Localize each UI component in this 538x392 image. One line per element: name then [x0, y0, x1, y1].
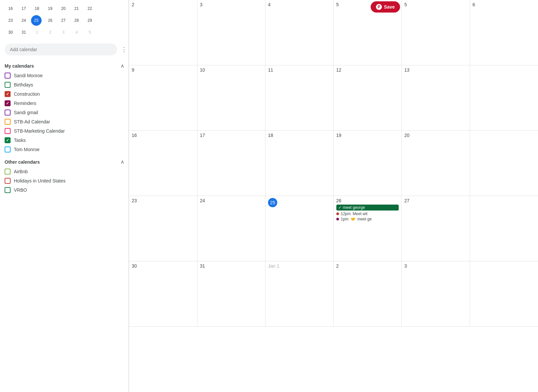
mini-day-27[interactable]: 27	[57, 15, 69, 26]
calendar-item-tom-monroe[interactable]: Tom Monroe	[5, 145, 128, 154]
mini-day-26[interactable]: 26	[44, 15, 56, 26]
cal-cell-24[interactable]: 24	[197, 196, 266, 261]
cal-cell-19[interactable]: 19	[334, 131, 402, 196]
calendar-item-construction[interactable]: ✓ Construction	[5, 89, 128, 99]
calendar-item-tasks[interactable]: ✓ Tasks	[5, 136, 128, 145]
cal-cell-9[interactable]: 9	[129, 65, 197, 131]
cal-cell-20[interactable]: 20	[402, 131, 470, 196]
more-options-button[interactable]: ⋮	[120, 45, 128, 54]
cal-cell-jan2[interactable]: 2	[334, 261, 402, 327]
event-chip-label: meet george	[343, 205, 365, 210]
mini-day-20[interactable]: 20	[57, 3, 69, 14]
calendar-item-vrbo[interactable]: VRBO	[5, 185, 128, 195]
mini-day-30[interactable]: 30	[5, 27, 17, 38]
cell-date: 11	[268, 67, 331, 73]
calendar-checkbox-birthdays[interactable]	[5, 82, 11, 88]
mini-day-18[interactable]: 18	[31, 3, 43, 14]
cell-date: 3	[200, 2, 263, 7]
mini-day-29[interactable]: 29	[84, 15, 96, 26]
cal-cell-30[interactable]: 30	[129, 261, 197, 327]
main-content: 2 3 4 5 P Save 5 6 9 10 11	[129, 0, 538, 392]
mini-day-16[interactable]: 16	[5, 3, 17, 14]
cal-cell-17[interactable]: 17	[197, 131, 266, 196]
cal-cell-27[interactable]: 27	[402, 196, 470, 261]
mini-day-28[interactable]: 28	[71, 15, 83, 26]
calendar-item-reminders[interactable]: ✓ Reminders	[5, 99, 128, 108]
cal-cell-5b[interactable]: 5	[402, 0, 470, 65]
cell-date-today: 25	[268, 198, 331, 207]
cal-cell-13[interactable]: 13	[402, 65, 470, 131]
mini-day-3-other[interactable]: 3	[57, 27, 69, 38]
mini-day-31[interactable]: 31	[18, 27, 30, 38]
pinterest-save-button[interactable]: P Save	[371, 1, 400, 13]
calendar-checkbox-stb-ad[interactable]	[5, 119, 11, 125]
cal-cell-4[interactable]: 4	[265, 0, 334, 65]
cal-cell-16[interactable]: 16	[129, 131, 197, 196]
calendar-item-sandi-gmail[interactable]: Sandi gmail	[5, 108, 128, 117]
calendar-item-holidays[interactable]: Holidays in United States	[5, 176, 128, 185]
cal-cell-31[interactable]: 31	[197, 261, 266, 327]
mini-day-19[interactable]: 19	[44, 3, 56, 14]
calendar-item-stb-marketing[interactable]: STB-Marketing Calendar	[5, 126, 128, 136]
add-calendar-input[interactable]	[5, 44, 117, 55]
mini-day-4-other[interactable]: 4	[71, 27, 83, 38]
pinterest-icon: P	[376, 4, 382, 10]
calendar-checkbox-reminders[interactable]: ✓	[5, 100, 11, 106]
cal-cell-26-events[interactable]: 26 ✓ meet george 12pm Meet wit 1pm 🤝 mee…	[334, 196, 402, 261]
cal-cell-empty-r5	[470, 261, 538, 327]
mini-day-5-other[interactable]: 5	[84, 27, 96, 38]
calendar-checkbox-stb-marketing[interactable]	[5, 128, 11, 134]
calendar-label-vrbo: VRBO	[14, 187, 27, 193]
cal-cell-25-today[interactable]: 25	[265, 196, 334, 261]
cal-cell-jan3[interactable]: 3	[402, 261, 470, 327]
calendar-checkbox-vrbo[interactable]	[5, 187, 11, 193]
mini-day-22[interactable]: 22	[84, 3, 96, 14]
calendar-checkbox-sandi-gmail[interactable]	[5, 110, 11, 115]
mini-day-23[interactable]: 23	[5, 15, 17, 26]
calendar-checkbox-tom-monroe[interactable]	[5, 147, 11, 152]
mini-day-17[interactable]: 17	[18, 3, 30, 14]
mini-day-24[interactable]: 24	[18, 15, 30, 26]
cell-date: 13	[404, 67, 467, 73]
cal-cell-empty-r4	[470, 196, 538, 261]
cal-cell-jan1[interactable]: Jan 1	[265, 261, 334, 327]
cell-date: 5	[404, 2, 467, 7]
mini-day-25-today[interactable]: 25	[31, 15, 42, 26]
cal-cell-3[interactable]: 3	[197, 0, 266, 65]
calendar-item-stb-ad[interactable]: STB-Ad Calendar	[5, 117, 128, 126]
calendar-checkbox-tasks[interactable]: ✓	[5, 137, 11, 143]
cal-cell-6[interactable]: 6	[470, 0, 538, 65]
event-dot-row-12pm[interactable]: 12pm Meet wit	[336, 212, 399, 216]
cal-cell-23[interactable]: 23	[129, 196, 197, 261]
cal-cell-5-save[interactable]: 5 P Save	[334, 0, 402, 65]
calendar-item-sandi-monroe[interactable]: Sandi Monroe	[5, 71, 128, 80]
save-button-label: Save	[384, 4, 395, 10]
cal-cell-2[interactable]: 2	[129, 0, 197, 65]
cell-date: 10	[200, 67, 263, 73]
cal-cell-12[interactable]: 12	[334, 65, 402, 131]
other-calendars-header[interactable]: Other calendars ∧	[5, 157, 128, 167]
calendar-item-airbnb[interactable]: AirBnb	[5, 167, 128, 176]
calendar-checkbox-holidays[interactable]	[5, 178, 11, 184]
mini-day-21[interactable]: 21	[71, 3, 83, 14]
my-calendars-header[interactable]: My calendars ∧	[5, 61, 128, 71]
calendar-item-birthdays[interactable]: Birthdays	[5, 80, 128, 89]
cell-date: 16	[132, 133, 194, 138]
calendar-checkbox-construction[interactable]: ✓	[5, 91, 11, 97]
calendar-label-airbnb: AirBnb	[14, 169, 28, 174]
calendar-checkbox-airbnb[interactable]	[5, 169, 11, 175]
event-icon-handshake: 🤝	[351, 217, 355, 221]
event-chip-meet-george[interactable]: ✓ meet george	[336, 205, 399, 211]
cal-cell-11[interactable]: 11	[265, 65, 334, 131]
cell-date-other-month: Jan 1	[268, 263, 331, 269]
event-dot-row-1pm[interactable]: 1pm 🤝 meet ge	[336, 217, 399, 221]
calendar-label-sandi-gmail: Sandi gmail	[14, 110, 38, 115]
cal-cell-10[interactable]: 10	[197, 65, 266, 131]
cell-date: 3	[404, 263, 467, 269]
cal-cell-18[interactable]: 18	[265, 131, 334, 196]
calendar-checkbox-sandi-monroe[interactable]	[5, 73, 11, 79]
mini-day-2-other[interactable]: 2	[44, 27, 56, 38]
other-calendars-title: Other calendars	[5, 159, 40, 165]
cell-date: 4	[268, 2, 331, 7]
mini-day-1-other[interactable]: 1	[31, 27, 43, 38]
